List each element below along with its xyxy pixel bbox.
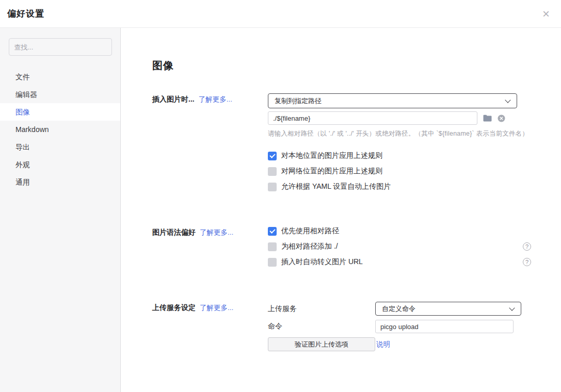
checkbox-row-escape-url[interactable]: 插入时自动转义图片 URL ? [268, 257, 531, 267]
insert-action-value: 复制到指定路径 [275, 96, 322, 106]
checkbox-row-yaml-upload[interactable]: 允许根据 YAML 设置自动上传图片 [268, 182, 561, 191]
checkbox-escape-url [268, 258, 277, 267]
copy-path-input[interactable] [268, 111, 477, 125]
section-upload-service: 上传服务设定了解更多... 上传服务 自定义命令 命令 验证图片上传选项 说明 [152, 302, 561, 351]
checkbox-add-dot-slash [268, 242, 277, 251]
page-title: 图像 [152, 59, 561, 73]
checkbox-local-rule [268, 152, 277, 160]
upload-service-select[interactable]: 自定义命令 [375, 302, 521, 316]
help-icon[interactable]: ? [523, 242, 531, 251]
checkbox-row-relative-path[interactable]: 优先使用相对路径 [268, 226, 531, 236]
upload-service-value: 自定义命令 [382, 304, 415, 314]
upload-learn-more-link[interactable]: 了解更多... [200, 304, 233, 312]
path-hint-text: 请输入相对路径（以 './' 或 '../' 开头）或绝对路径。（其中 `${f… [268, 129, 561, 138]
help-icon[interactable]: ? [523, 258, 531, 266]
window-title: 偏好设置 [7, 8, 44, 20]
sidebar-nav: 文件 编辑器 图像 Markdown 导出 外观 通用 [0, 68, 120, 191]
checkbox-network-rule [268, 167, 277, 176]
chevron-down-icon [505, 97, 510, 103]
browse-folder-icon[interactable] [483, 115, 492, 122]
sidebar-item-general[interactable]: 通用 [0, 173, 120, 191]
checkbox-relative-path [268, 227, 277, 236]
sidebar-item-image[interactable]: 图像 [0, 103, 120, 121]
clear-path-icon[interactable] [498, 115, 505, 122]
command-input[interactable] [375, 320, 514, 333]
syntax-learn-more-link[interactable]: 了解更多... [200, 228, 233, 236]
search-input[interactable] [9, 38, 112, 56]
sidebar-item-export[interactable]: 导出 [0, 138, 120, 156]
content-pane: 图像 插入图片时...了解更多... 复制到指定路径 [121, 28, 561, 392]
sidebar: 文件 编辑器 图像 Markdown 导出 外观 通用 [0, 28, 121, 392]
sidebar-item-appearance[interactable]: 外观 [0, 156, 120, 173]
image-syntax-label: 图片语法偏好 [152, 228, 196, 236]
sidebar-item-editor[interactable]: 编辑器 [0, 86, 120, 103]
checkbox-label: 插入时自动转义图片 URL [281, 257, 363, 267]
upload-service-label: 上传服务设定 [152, 303, 196, 312]
titlebar: 偏好设置 × [0, 0, 561, 28]
sidebar-item-markdown[interactable]: Markdown [0, 121, 120, 138]
chevron-down-icon [509, 305, 515, 311]
checkbox-label: 优先使用相对路径 [281, 226, 339, 236]
checkbox-row-local-rule[interactable]: 对本地位置的图片应用上述规则 [268, 151, 561, 160]
checkbox-label: 允许根据 YAML 设置自动上传图片 [281, 182, 391, 191]
section-insert-image: 插入图片时...了解更多... 复制到指定路径 [152, 93, 561, 198]
section-image-syntax: 图片语法偏好了解更多... 优先使用相对路径 为相对路径添加 ./ ? [152, 226, 561, 273]
checkbox-label: 对网络位置的图片应用上述规则 [281, 167, 382, 176]
insert-learn-more-link[interactable]: 了解更多... [199, 95, 232, 103]
insert-image-label: 插入图片时... [152, 95, 195, 103]
upload-service-field-label: 上传服务 [268, 304, 375, 314]
command-field-label: 命令 [268, 322, 375, 331]
checkbox-label: 对本地位置的图片应用上述规则 [281, 151, 382, 160]
insert-action-select[interactable]: 复制到指定路径 [268, 93, 517, 108]
preferences-window: 偏好设置 × 文件 编辑器 图像 Markdown 导出 外观 通用 图像 插入… [0, 0, 561, 392]
validate-upload-button[interactable]: 验证图片上传选项 [268, 337, 375, 351]
sidebar-item-file[interactable]: 文件 [0, 68, 120, 86]
checkbox-row-network-rule[interactable]: 对网络位置的图片应用上述规则 [268, 167, 561, 176]
checkbox-row-add-dot-slash[interactable]: 为相对路径添加 ./ ? [268, 242, 531, 251]
close-icon[interactable]: × [539, 8, 553, 20]
checkbox-label: 为相对路径添加 ./ [281, 242, 338, 251]
upload-docs-link[interactable]: 说明 [375, 340, 521, 349]
checkbox-yaml-upload [268, 183, 277, 191]
